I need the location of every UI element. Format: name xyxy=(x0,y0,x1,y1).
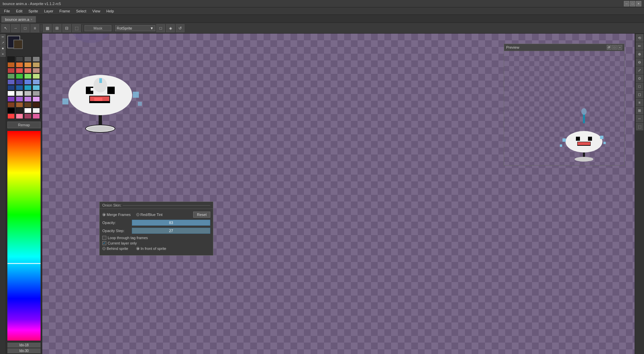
tab-bounce-anim[interactable]: bounce anim.a × xyxy=(1,16,36,23)
swatch-7[interactable] xyxy=(33,62,40,68)
swatch-38[interactable] xyxy=(24,108,32,113)
swatch-1[interactable] xyxy=(16,56,23,62)
preview-max-button[interactable]: □ xyxy=(612,45,617,50)
swatch-32[interactable] xyxy=(7,102,15,107)
minimize-button[interactable]: ─ xyxy=(624,1,629,6)
right-tool-3[interactable]: ⊕ xyxy=(636,50,643,58)
menu-edit[interactable]: Edit xyxy=(13,8,25,14)
merge-frames-radio[interactable]: Merge Frames xyxy=(102,213,131,217)
swatch-6[interactable] xyxy=(24,62,32,68)
opacity-slider[interactable]: 83 xyxy=(132,220,210,226)
background-color[interactable] xyxy=(13,40,23,49)
swatch-15[interactable] xyxy=(33,74,40,79)
in-front-radio-circle[interactable] xyxy=(136,247,140,250)
tool-extra3[interactable]: ↺ xyxy=(176,24,184,32)
swatch-5[interactable] xyxy=(16,62,23,68)
behind-sprite-radio-circle[interactable] xyxy=(102,247,106,250)
opacity-step-slider[interactable]: 27 xyxy=(132,228,210,234)
menu-frame[interactable]: Frame xyxy=(57,8,73,14)
right-tool-1[interactable]: ⟲ xyxy=(636,34,643,42)
swatch-20[interactable] xyxy=(7,85,15,90)
swatch-14[interactable] xyxy=(24,74,32,79)
right-tool-2[interactable]: ✏ xyxy=(636,42,643,50)
swatch-25[interactable] xyxy=(16,91,23,96)
swatch-16[interactable] xyxy=(7,79,15,85)
swatch-19[interactable] xyxy=(33,79,40,85)
swatch-37[interactable] xyxy=(16,108,23,113)
tool-extra2[interactable]: ◈ xyxy=(166,24,175,32)
swatch-40[interactable] xyxy=(7,114,15,119)
swatch-18[interactable] xyxy=(24,79,32,85)
tool-marquee[interactable]: □ xyxy=(21,24,30,32)
left-tool-1[interactable]: ✏ xyxy=(0,34,6,40)
swatch-23[interactable] xyxy=(33,85,40,90)
mask-button[interactable]: Mask xyxy=(85,25,111,31)
swatch-31[interactable] xyxy=(33,96,40,102)
right-tool-8[interactable]: ◻ xyxy=(636,91,643,98)
canvas-area[interactable]: Onion Skin: Merge Frames Red/Blue Tint R… xyxy=(42,34,635,354)
swatch-34[interactable] xyxy=(24,102,32,107)
swatch-39[interactable] xyxy=(33,108,40,113)
sprite-select-dropdown[interactable]: RotSprite ▼ xyxy=(115,25,155,31)
swatch-29[interactable] xyxy=(16,96,23,102)
merge-frames-radio-circle[interactable] xyxy=(102,213,106,216)
tool-grid3[interactable]: ⊟ xyxy=(62,24,71,32)
idx-label-30[interactable]: Idx-30 xyxy=(7,348,41,353)
swatch-2[interactable] xyxy=(24,56,32,62)
current-layer-checkbox[interactable]: ✓ xyxy=(102,241,106,245)
tool-grid1[interactable]: ▦ xyxy=(43,24,52,32)
preview-restore-button[interactable]: 🗗 xyxy=(607,45,611,50)
swatch-43[interactable] xyxy=(33,114,40,119)
loop-tag-frames-checkbox[interactable] xyxy=(102,236,106,240)
swatch-12[interactable] xyxy=(7,74,15,79)
left-tool-2[interactable]: ↗ xyxy=(0,40,6,45)
close-button[interactable]: ✕ xyxy=(636,1,641,6)
swatch-8[interactable] xyxy=(7,68,15,73)
swatch-30[interactable] xyxy=(24,96,32,102)
tool-arrow[interactable]: → xyxy=(11,24,20,32)
swatch-10[interactable] xyxy=(24,68,32,73)
preview-close-button[interactable]: × xyxy=(618,45,622,50)
swatch-33[interactable] xyxy=(16,102,23,107)
tool-grid4[interactable]: ⬚ xyxy=(72,24,81,32)
menu-sprite[interactable]: Sprite xyxy=(26,8,41,14)
menu-layer[interactable]: Layer xyxy=(41,8,56,14)
swatch-0[interactable] xyxy=(7,56,15,62)
swatch-42[interactable] xyxy=(24,114,32,119)
color-gradient[interactable] xyxy=(7,131,41,341)
menu-select[interactable]: Select xyxy=(73,8,89,14)
right-tool-4[interactable]: ⊖ xyxy=(636,58,643,66)
swatch-27[interactable] xyxy=(33,91,40,96)
maximize-button[interactable]: □ xyxy=(630,1,635,6)
tool-grid2[interactable]: ⊞ xyxy=(53,24,61,32)
remap-button[interactable]: Remap xyxy=(7,122,41,128)
red-blue-tint-radio[interactable]: Red/Blue Tint xyxy=(136,213,163,217)
swatch-9[interactable] xyxy=(16,68,23,73)
tool-move[interactable]: ↖ xyxy=(1,24,10,32)
right-tool-9[interactable]: ≡ xyxy=(636,99,643,106)
swatch-26[interactable] xyxy=(24,91,32,96)
menu-file[interactable]: File xyxy=(1,8,13,14)
right-tool-6[interactable]: ⊙ xyxy=(636,75,643,82)
swatch-21[interactable] xyxy=(16,85,23,90)
right-tool-11[interactable]: ↔ xyxy=(636,115,643,122)
menu-help[interactable]: Help xyxy=(104,8,117,14)
menu-view[interactable]: View xyxy=(90,8,103,14)
right-tool-5[interactable]: ⤢ xyxy=(636,67,643,74)
current-layer-check[interactable]: ✓ Current layer only xyxy=(102,241,210,245)
left-tool-4[interactable]: ≡ xyxy=(0,51,6,57)
swatch-13[interactable] xyxy=(16,74,23,79)
red-blue-tint-radio-circle[interactable] xyxy=(136,213,140,216)
swatch-35[interactable] xyxy=(33,102,40,107)
swatch-17[interactable] xyxy=(16,79,23,85)
tab-close-icon[interactable]: × xyxy=(31,18,32,21)
tool-extra1[interactable]: □ xyxy=(156,24,165,32)
swatch-22[interactable] xyxy=(24,85,32,90)
swatch-3[interactable] xyxy=(33,56,40,62)
left-tool-3[interactable]: ■ xyxy=(0,46,6,51)
idx-label-18[interactable]: Idx-18 xyxy=(7,343,41,348)
swatch-24[interactable] xyxy=(7,91,15,96)
swatch-41[interactable] xyxy=(16,114,23,119)
right-tool-7[interactable]: □ xyxy=(636,83,643,90)
swatch-11[interactable] xyxy=(33,68,40,73)
